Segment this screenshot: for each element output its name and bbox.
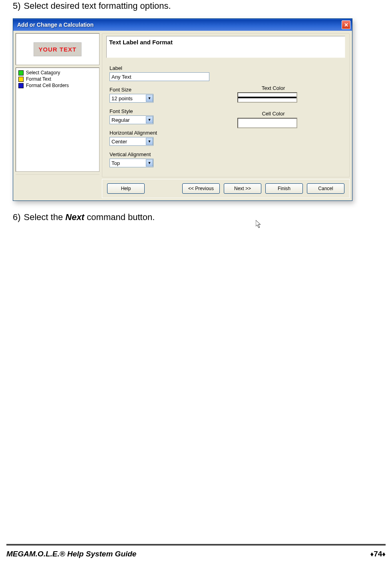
wizard-step-list: Select Catagory Format Text Format Cell …	[16, 68, 99, 172]
footer-rule	[6, 544, 386, 546]
panel-title: Text Label and Format	[106, 36, 345, 58]
step6-number: 6)	[13, 212, 21, 222]
footer-page: ♦74♦	[370, 550, 386, 558]
finish-button[interactable]: Finish	[265, 183, 303, 194]
square-icon	[18, 77, 24, 82]
chevron-down-icon: ▼	[146, 138, 153, 145]
dialog-title: Add or Change a Calculation	[15, 22, 94, 28]
chevron-down-icon: ▼	[146, 159, 153, 167]
valign-combo[interactable]: Top ▼	[109, 159, 153, 167]
previous-button[interactable]: << Previous	[182, 183, 220, 194]
fontsize-label: Font Size	[109, 87, 213, 93]
halign-combo[interactable]: Center ▼	[109, 137, 153, 146]
halign-label: Horizontal Alignment	[109, 130, 213, 136]
textcolor-label: Text Color	[237, 85, 309, 91]
fontsize-combo[interactable]: 12 points ▼	[109, 94, 153, 103]
next-button[interactable]: Next >>	[224, 183, 261, 194]
cellcolor-picker[interactable]	[237, 118, 297, 128]
valign-label: Vertical Alignment	[109, 151, 213, 157]
wizard-step-format-borders[interactable]: Format Cell Borders	[17, 82, 98, 89]
help-button[interactable]: Help	[107, 183, 145, 194]
wizard-step-label: Select Catagory	[26, 70, 60, 75]
halign-value: Center	[111, 139, 127, 145]
step5-number: 5)	[13, 1, 21, 11]
chevron-down-icon: ▼	[146, 116, 153, 123]
cancel-button[interactable]: Cancel	[307, 183, 344, 194]
wizard-step-format-text[interactable]: Format Text	[17, 76, 98, 82]
page-footer: MEGAM.O.L.E.® Help System Guide ♦74♦	[6, 550, 386, 558]
step6-prefix: Select the	[24, 212, 66, 222]
wizard-step-label: Format Text	[26, 76, 51, 82]
wizard-step-label: Format Cell Borders	[26, 83, 69, 88]
diamond-icon: ♦	[382, 550, 386, 558]
close-button[interactable]: ✕	[342, 20, 350, 29]
step6-suffix: command button.	[84, 212, 155, 222]
footer-rest: M.O.L.E.® Help System Guide	[29, 550, 136, 558]
valign-value: Top	[111, 160, 120, 166]
chevron-down-icon: ▼	[146, 95, 153, 102]
step5-content: Select desired text formatting options.	[24, 1, 171, 11]
fontstyle-label: Font Style	[109, 108, 213, 114]
label-input[interactable]	[109, 72, 209, 81]
dialog-titlebar: Add or Change a Calculation ✕	[13, 19, 352, 31]
square-icon	[18, 83, 24, 88]
fontstyle-value: Regular	[111, 117, 130, 123]
textcolor-swatch	[238, 97, 296, 98]
step6-emphasis: Next	[66, 212, 85, 222]
dialog-button-row: Help << Previous Next >> Finish Cancel	[102, 179, 350, 198]
textcolor-picker[interactable]	[237, 92, 297, 103]
close-icon: ✕	[344, 22, 348, 28]
lower-left-pane	[16, 174, 99, 198]
step-6-text: 6)Select the Next command button.	[13, 212, 379, 222]
fontstyle-combo[interactable]: Regular ▼	[109, 115, 153, 124]
footer-mega: MEGA	[6, 550, 29, 558]
preview-text: YOUR TEXT	[34, 42, 82, 56]
preview-pane: YOUR TEXT	[16, 33, 99, 65]
page-number: 74	[374, 550, 382, 558]
wizard-step-category[interactable]: Select Catagory	[17, 70, 98, 76]
dialog-window: Add or Change a Calculation ✕ YOUR TEXT …	[13, 18, 352, 201]
fontsize-value: 12 points	[111, 95, 133, 101]
square-icon	[18, 70, 24, 75]
diamond-icon: ♦	[370, 550, 374, 558]
label-field-label: Label	[109, 65, 213, 71]
cellcolor-label: Cell Color	[237, 111, 309, 117]
footer-title: MEGAM.O.L.E.® Help System Guide	[6, 550, 136, 558]
step-5-text: 5)Select desired text formatting options…	[13, 1, 379, 11]
